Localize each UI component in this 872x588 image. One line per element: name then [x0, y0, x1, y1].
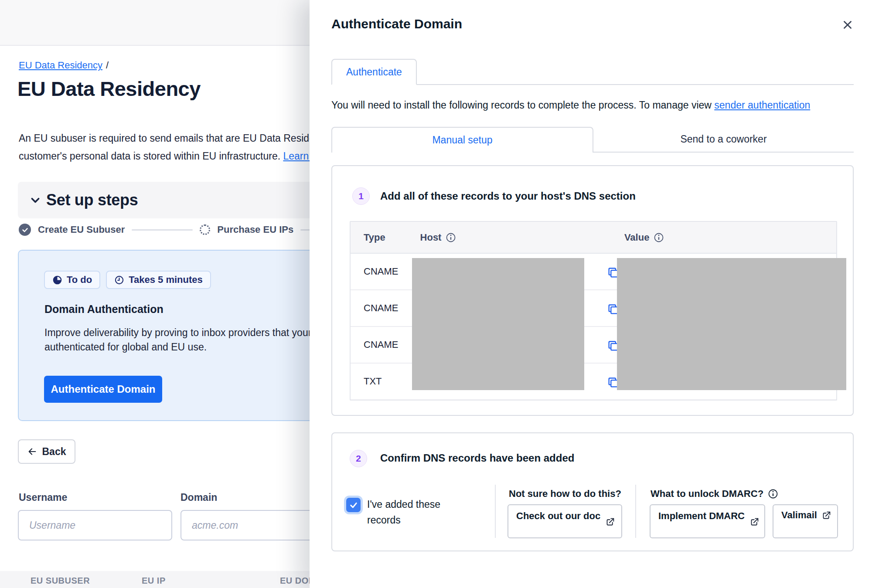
authenticate-domain-panel: Authenticate Domain Authenticate You wil…: [310, 0, 872, 588]
check-circle-icon: [19, 224, 31, 236]
divider: [495, 485, 496, 538]
username-label: Username: [19, 492, 67, 503]
chevron-down-icon[interactable]: [30, 194, 41, 206]
setup-mode-tabs: Manual setup Send to a coworker: [331, 127, 854, 153]
clock-icon: [114, 275, 124, 285]
duration-badge: Takes 5 minutes: [106, 271, 211, 289]
badge-row: To do Takes 5 minutes: [44, 271, 211, 289]
column-header-eu-subuser: EU SUBUSER: [31, 576, 90, 586]
implement-dmarc-label: Implement DMARC: [658, 510, 745, 522]
info-icon[interactable]: [446, 232, 456, 243]
breadcrumb: EU Data Residency/: [19, 60, 109, 71]
domain-label: Domain: [181, 492, 217, 503]
step-2-badge: 2: [350, 450, 367, 467]
username-input[interactable]: [18, 510, 172, 540]
valimail-button[interactable]: Valimail: [773, 504, 838, 538]
divider: [635, 485, 636, 538]
check-out-doc-label: Check out our doc: [516, 510, 600, 522]
todo-badge: To do: [44, 271, 100, 289]
panel-title: Authenticate Domain: [331, 17, 462, 31]
back-arrow-icon: [27, 447, 37, 456]
task-card-title: Domain Authentication: [44, 303, 164, 316]
setup-steps-heading: Set up steps: [46, 191, 138, 209]
checkmark-icon: [349, 501, 358, 510]
column-header-eu-ip: EU IP: [142, 576, 166, 586]
redacted-record-values: [617, 258, 846, 390]
back-button-label: Back: [42, 446, 66, 458]
implement-dmarc-button[interactable]: Implement DMARC: [650, 504, 765, 538]
check-out-doc-button[interactable]: Check out our doc: [508, 504, 622, 538]
step-2-heading: Confirm DNS records have been added: [380, 452, 574, 464]
external-link-icon: [822, 511, 831, 520]
dns-col-value: Value: [609, 232, 836, 243]
screen: EU Data Residency/ EU Data Residency An …: [0, 0, 872, 588]
info-icon[interactable]: [654, 232, 664, 243]
stepper-item-purchase-ips: Purchase EU IPs: [217, 224, 293, 235]
panel-instruction: You will need to install the following r…: [331, 99, 810, 111]
stepper-item-create-subuser: Create EU Subuser: [38, 224, 125, 235]
dmarc-title: What to unlock DMARC?: [651, 488, 778, 500]
pie-icon: [52, 275, 62, 285]
step-1-badge: 1: [352, 187, 370, 205]
duration-badge-label: Takes 5 minutes: [129, 274, 203, 286]
valimail-label: Valimail: [781, 509, 817, 521]
info-icon[interactable]: [768, 489, 778, 499]
back-button[interactable]: Back: [18, 439, 75, 464]
tab-manual-setup[interactable]: Manual setup: [331, 127, 593, 153]
breadcrumb-separator: /: [106, 60, 109, 71]
dns-col-host: Host: [413, 232, 609, 243]
breadcrumb-link[interactable]: EU Data Residency: [19, 60, 102, 71]
records-added-checkbox[interactable]: [346, 498, 361, 512]
external-link-icon: [750, 517, 759, 527]
dns-row-type: CNAME: [351, 302, 398, 314]
dns-table-header: Type Host Value: [351, 222, 836, 254]
step-1-heading: Add all of these records to your host's …: [380, 190, 636, 202]
dns-col-type: Type: [351, 232, 413, 243]
dns-row-type: CNAME: [351, 339, 398, 350]
tab-authenticate[interactable]: Authenticate: [331, 59, 417, 85]
confirm-dns-card: 2 Confirm DNS records have been added I'…: [331, 432, 854, 551]
todo-badge-label: To do: [67, 274, 92, 286]
panel-tab-strip: Authenticate: [331, 59, 854, 85]
dotted-circle-icon: [200, 224, 210, 235]
external-link-icon: [606, 517, 615, 527]
sender-authentication-link[interactable]: sender authentication: [714, 99, 810, 111]
tab-send-to-coworker[interactable]: Send to a coworker: [593, 127, 854, 153]
authenticate-domain-button[interactable]: Authenticate Domain: [44, 376, 162, 403]
dns-row-type: TXT: [351, 376, 382, 387]
redacted-host-values: [412, 258, 584, 390]
stepper-connector: [132, 229, 193, 231]
close-icon[interactable]: [840, 17, 855, 33]
dns-records-card: 1 Add all of these records to your host'…: [331, 165, 854, 416]
dns-row-type: CNAME: [351, 266, 398, 277]
page-title: EU Data Residency: [17, 77, 201, 101]
help-title: Not sure how to do this?: [509, 488, 621, 500]
records-added-label[interactable]: I've added these records: [367, 496, 470, 528]
